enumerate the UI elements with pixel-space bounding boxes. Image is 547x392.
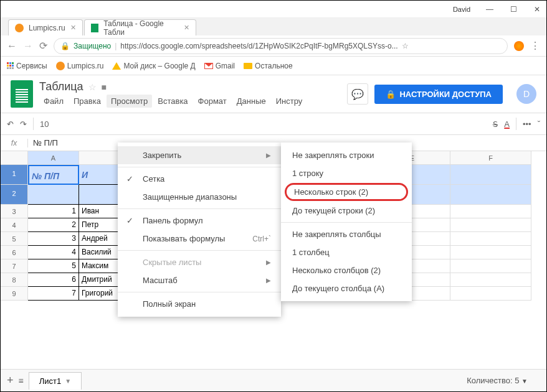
menu-item-fullscreen[interactable]: Полный экран [118,295,281,313]
menu-item-rows2[interactable]: Несколько строк (2) [285,183,408,201]
lock-icon: 🔒 [60,42,70,50]
bookmark-star-icon[interactable]: ☆ [402,42,409,50]
menu-item-protected[interactable]: Защищенные диапазоны [118,188,281,206]
chevron-right-icon: ▶ [266,152,271,159]
expand-icon[interactable]: ˇ [538,119,540,129]
move-folder-icon[interactable]: ■ [102,82,107,92]
select-all-corner[interactable] [1,151,28,165]
menu-data[interactable]: Данные [232,95,270,108]
menu-file[interactable]: Файл [39,95,68,108]
star-icon[interactable]: ☆ [88,82,97,92]
col-header-f[interactable]: F [450,151,531,165]
cell[interactable]: 4 [28,246,79,259]
sheets-logo-icon[interactable] [11,80,33,108]
forward-icon[interactable]: → [23,40,33,52]
row-header[interactable]: 2 [1,185,28,205]
cell[interactable]: 3 [28,232,79,246]
menu-item-zoom[interactable]: Масштаб ▶ [118,271,281,289]
menu-format[interactable]: Формат [194,95,231,108]
add-sheet-icon[interactable]: + [7,374,14,387]
close-icon[interactable]: ✕ [533,5,541,14]
menu-item-1row[interactable]: 1 строку [281,164,412,182]
row-header[interactable]: 4 [1,218,28,232]
row-header[interactable]: 8 [1,273,28,287]
chevron-down-icon[interactable]: ▼ [65,378,71,385]
menu-item-1col[interactable]: 1 столбец [281,243,412,261]
window-titlebar: David — ☐ ✕ [1,1,546,18]
redo-icon[interactable]: ↷ [20,119,27,129]
share-button[interactable]: 🔒 НАСТРОЙКИ ДОСТУПА [374,85,503,104]
tab-label: Lumpics.ru [29,24,65,32]
menu-insert[interactable]: Вставка [153,95,192,108]
minimize-icon[interactable]: — [485,5,494,14]
extension-icon[interactable] [514,41,524,51]
cell[interactable] [450,218,531,232]
freeze-submenu: Не закреплять строки 1 строку Несколько … [281,142,412,301]
row-header[interactable]: 6 [1,246,28,259]
menu-tools[interactable]: Инстру [272,95,307,108]
undo-icon[interactable]: ↶ [7,119,14,129]
browser-menu-icon[interactable]: ⋮ [530,40,540,52]
cell[interactable]: № П/П [28,165,79,185]
menu-item-cols2[interactable]: Несколько столбцов (2) [281,261,412,279]
cell[interactable]: 6 [28,273,79,287]
reload-icon[interactable]: ⟳ [39,40,47,52]
menu-item-nofreeze-cols[interactable]: Не закреплять столбцы [281,225,412,243]
all-sheets-icon[interactable]: ≡ [19,376,24,386]
menu-item-freeze[interactable]: Закрепить ▶ [118,146,281,164]
cell[interactable] [450,259,531,273]
menu-item-grid[interactable]: Сетка [118,170,281,188]
menu-item-uptorow[interactable]: До текущей строки (2) [281,202,412,220]
strikethrough-icon[interactable]: S̶ [493,119,498,129]
tab-close-icon[interactable]: ✕ [184,24,189,32]
sheet-tabs-bar: + ≡ Лист1 ▼ Количество: 5 ▼ [1,369,546,391]
view-menu-dropdown: Закрепить ▶ Сетка Защищенные диапазоны П… [118,142,281,317]
tab-close-icon[interactable]: ✕ [70,24,76,32]
bookmark-gmail[interactable]: Gmail [204,62,235,70]
selection-count[interactable]: Количество: 5 ▼ [467,376,540,385]
cell[interactable]: 1 [28,205,79,218]
menu-edit[interactable]: Правка [69,95,105,108]
row-header[interactable]: 1 [1,165,28,185]
row-header[interactable]: 7 [1,259,28,273]
cell[interactable] [450,287,531,301]
row-header[interactable]: 9 [1,287,28,301]
text-color-icon[interactable]: A [504,119,510,129]
apps-button[interactable]: Сервисы [7,62,47,70]
cell[interactable] [450,232,531,246]
cell[interactable] [450,185,531,205]
menu-item-showformulas[interactable]: Показывать формулы Ctrl+` [118,230,281,248]
cell[interactable] [450,273,531,287]
sheet-tab[interactable]: Лист1 ▼ [29,372,82,390]
cell[interactable]: 2 [28,218,79,232]
comments-button[interactable]: 💬 [347,83,368,105]
url-input[interactable]: 🔒 Защищено | https://docs.google.com/spr… [54,38,508,54]
browser-tab-lumpics[interactable]: Lumpics.ru ✕ [8,19,83,35]
menu-item-formulabar[interactable]: Панель формул [118,212,281,230]
maximize-icon[interactable]: ☐ [509,5,518,14]
row-header[interactable]: 3 [1,205,28,218]
menu-item-uptocol[interactable]: До текущего столбца (A) [281,279,412,297]
document-title[interactable]: Таблица [39,80,83,93]
cell[interactable]: 7 [28,287,79,301]
lock-icon: 🔒 [386,90,396,99]
bookmark-lumpics[interactable]: Lumpics.ru [56,62,104,70]
bookmark-drive[interactable]: Мой диск – Google Д [112,62,195,70]
menu-view[interactable]: Просмотр [107,95,152,108]
favicon-icon [91,24,99,32]
row-header[interactable]: 5 [1,232,28,246]
menu-item-nofreeze-rows[interactable]: Не закреплять строки [281,146,412,164]
cell[interactable] [28,185,79,205]
cell[interactable] [450,246,531,259]
cell[interactable] [450,165,531,185]
browser-tab-sheets[interactable]: Таблица - Google Табли ✕ [84,19,196,35]
col-header-a[interactable]: A [28,151,79,165]
more-icon[interactable]: ••• [523,119,531,129]
bookmark-other[interactable]: Остальное [244,62,293,70]
cell[interactable] [450,205,531,218]
zoom-value[interactable]: 10 [40,119,49,129]
avatar[interactable]: D [516,84,536,104]
cell[interactable]: 5 [28,259,79,273]
back-icon[interactable]: ← [7,40,17,52]
drive-icon [112,62,121,70]
